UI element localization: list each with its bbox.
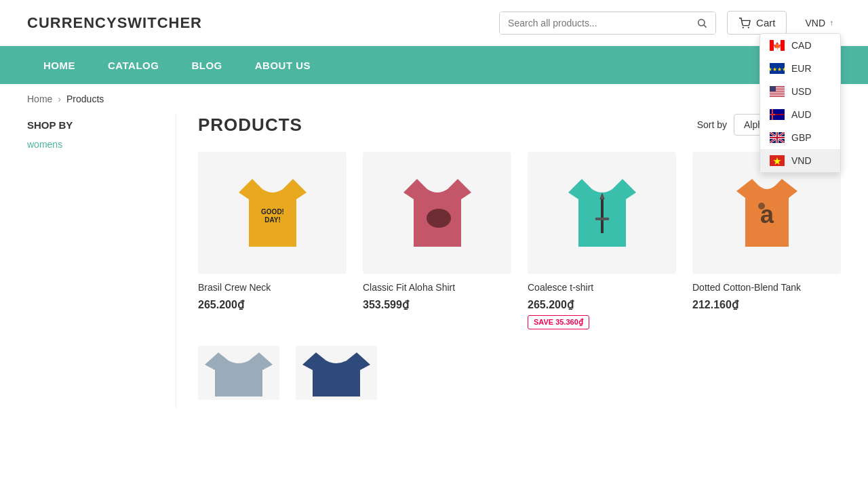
product-card-coalesce[interactable]: Coalesce t-shirt 265.200₫ SAVE 35.360₫ bbox=[528, 152, 676, 329]
flag-us bbox=[770, 86, 785, 97]
product-card-aloha[interactable]: Classic Fit Aloha Shirt 353.599₫ bbox=[363, 152, 511, 329]
product-name-aloha: Classic Fit Aloha Shirt bbox=[363, 282, 511, 293]
eu-flag-icon: ★★★★★★★★★★★★ bbox=[770, 63, 785, 74]
logo: CURRENCYSWITCHER bbox=[27, 14, 202, 32]
nav-item-home[interactable]: HOME bbox=[27, 46, 92, 84]
cart-label: Cart bbox=[756, 17, 775, 28]
svg-text:GOOD!: GOOD! bbox=[261, 208, 284, 216]
search-icon bbox=[696, 18, 707, 28]
currency-switcher[interactable]: VND ↑ 🍁 CAD bbox=[797, 13, 841, 33]
flag-gb bbox=[770, 132, 785, 143]
currency-option-eur[interactable]: ★★★★★★★★★★★★ EUR bbox=[760, 57, 840, 80]
nav-item-about[interactable]: ABOUT US bbox=[239, 46, 327, 84]
breadcrumb: Home › Products bbox=[0, 84, 868, 114]
svg-point-2 bbox=[743, 26, 744, 28]
currency-option-usd[interactable]: USD bbox=[760, 80, 840, 103]
products-area: PRODUCTS Sort by Alphabetically, A-Z Alp… bbox=[176, 114, 841, 408]
flag-au bbox=[770, 109, 785, 120]
products-header: PRODUCTS Sort by Alphabetically, A-Z Alp… bbox=[198, 114, 841, 136]
nav: HOME CATALOG BLOG ABOUT US bbox=[0, 46, 868, 84]
product-image-item5 bbox=[198, 346, 279, 400]
tshirt-item5-icon bbox=[198, 346, 279, 400]
cart-icon bbox=[738, 18, 751, 28]
canada-flag-icon: 🍁 bbox=[770, 40, 785, 51]
tshirt-coalesce-icon bbox=[561, 165, 643, 260]
svg-text:★★★★★★★★★★★★: ★★★★★★★★★★★★ bbox=[770, 66, 785, 73]
product-price-dotted: 212.160₫ bbox=[692, 298, 841, 311]
currency-option-vnd[interactable]: VND bbox=[760, 149, 840, 172]
svg-rect-17 bbox=[770, 96, 785, 96]
currency-dropdown: 🍁 CAD ★★★★★★★★★★★★ EUR bbox=[760, 33, 841, 173]
search-input[interactable] bbox=[500, 12, 688, 34]
bottom-product-row bbox=[198, 346, 841, 408]
tshirt-item6-icon bbox=[296, 346, 377, 400]
product-card-item5[interactable] bbox=[198, 346, 279, 408]
search-bar bbox=[499, 12, 716, 35]
cart-button[interactable]: Cart bbox=[727, 11, 787, 35]
sidebar-title: SHOP BY bbox=[27, 119, 159, 131]
products-title: PRODUCTS bbox=[198, 115, 302, 136]
flag-eu: ★★★★★★★★★★★★ bbox=[770, 63, 785, 74]
currency-option-eur-label: EUR bbox=[791, 63, 812, 74]
flag-ca: 🍁 bbox=[770, 40, 785, 51]
product-image-item6 bbox=[296, 346, 377, 400]
product-image-coalesce bbox=[528, 152, 676, 274]
currency-current-display[interactable]: VND ↑ bbox=[797, 13, 841, 33]
product-card-dotted[interactable]: a Dotted Cotton-Blend Tank 212.160₫ bbox=[692, 152, 841, 329]
svg-rect-34 bbox=[601, 196, 604, 233]
au-flag-icon bbox=[770, 109, 785, 120]
currency-option-vnd-label: VND bbox=[791, 155, 812, 166]
gb-flag-icon bbox=[770, 132, 785, 143]
svg-point-0 bbox=[698, 19, 705, 25]
product-card-brasil[interactable]: GOOD! DAY! Brasil Crew Neck 265.200₫ bbox=[198, 152, 347, 329]
product-image-aloha bbox=[363, 152, 511, 274]
currency-current-label: VND bbox=[805, 18, 825, 28]
flag-vn bbox=[770, 155, 785, 166]
product-image-brasil: GOOD! DAY! bbox=[198, 152, 347, 274]
svg-rect-28 bbox=[770, 137, 785, 138]
product-grid: GOOD! DAY! Brasil Crew Neck 265.200₫ Cla… bbox=[198, 152, 841, 329]
product-card-item6[interactable] bbox=[296, 346, 377, 408]
nav-item-blog[interactable]: BLOG bbox=[175, 46, 238, 84]
vn-flag-icon bbox=[770, 155, 785, 166]
svg-rect-18 bbox=[770, 86, 776, 92]
svg-rect-36 bbox=[595, 218, 609, 220]
sidebar-link-womens[interactable]: womens bbox=[27, 139, 159, 150]
sort-label: Sort by bbox=[697, 119, 727, 130]
breadcrumb-home[interactable]: Home bbox=[27, 94, 52, 104]
us-flag-icon bbox=[770, 86, 785, 97]
nav-item-catalog[interactable]: CATALOG bbox=[92, 46, 175, 84]
currency-option-gbp[interactable]: GBP bbox=[760, 126, 840, 149]
svg-rect-16 bbox=[770, 94, 785, 95]
breadcrumb-current: Products bbox=[66, 94, 104, 104]
svg-text:🍁: 🍁 bbox=[773, 41, 782, 50]
currency-option-gbp-label: GBP bbox=[791, 132, 812, 143]
product-save-coalesce: SAVE 35.360₫ bbox=[528, 315, 589, 329]
tshirt-brasil-icon: GOOD! DAY! bbox=[232, 165, 313, 260]
svg-rect-15 bbox=[770, 92, 785, 93]
currency-arrow: ↑ bbox=[829, 18, 833, 28]
product-price-coalesce: 265.200₫ bbox=[528, 298, 676, 311]
main-layout: SHOP BY womens PRODUCTS Sort by Alphabet… bbox=[0, 114, 868, 408]
svg-text:DAY!: DAY! bbox=[264, 216, 281, 224]
currency-option-aud[interactable]: AUD bbox=[760, 103, 840, 126]
currency-option-cad[interactable]: 🍁 CAD bbox=[760, 34, 840, 57]
currency-option-cad-label: CAD bbox=[791, 40, 812, 51]
header: CURRENCYSWITCHER Cart VND ↑ bbox=[0, 0, 868, 46]
header-right: Cart VND ↑ 🍁 CAD bbox=[499, 11, 841, 35]
breadcrumb-separator: › bbox=[58, 94, 61, 104]
search-button[interactable] bbox=[688, 12, 715, 34]
tshirt-dotted-icon: a bbox=[726, 165, 808, 260]
svg-point-3 bbox=[748, 26, 749, 28]
product-price-aloha: 353.599₫ bbox=[363, 298, 511, 311]
product-name-coalesce: Coalesce t-shirt bbox=[528, 282, 676, 293]
currency-option-usd-label: USD bbox=[791, 86, 812, 97]
sidebar: SHOP BY womens bbox=[27, 114, 176, 408]
tshirt-aloha-icon bbox=[397, 165, 478, 260]
svg-point-33 bbox=[427, 209, 451, 228]
product-name-brasil: Brasil Crew Neck bbox=[198, 282, 347, 293]
currency-option-aud-label: AUD bbox=[791, 109, 812, 120]
product-name-dotted: Dotted Cotton-Blend Tank bbox=[692, 282, 841, 293]
svg-line-1 bbox=[704, 25, 707, 28]
product-price-brasil: 265.200₫ bbox=[198, 298, 347, 311]
